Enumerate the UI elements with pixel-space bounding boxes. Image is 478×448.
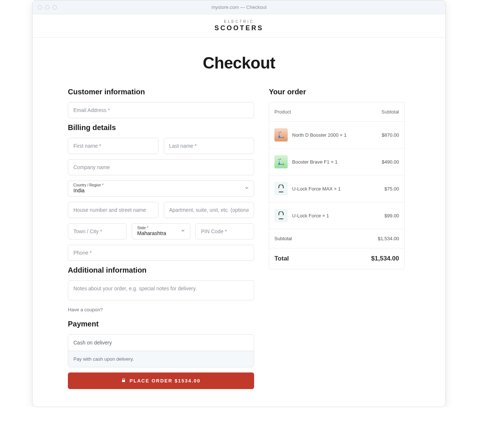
company-field[interactable]	[68, 159, 254, 175]
state-label: State	[137, 226, 146, 230]
state-select[interactable]: State * Maharashtra	[132, 223, 190, 239]
brand-top: ELECTRIC	[32, 20, 446, 24]
order-item: U-Lock Force MAX × 1 $75.00	[269, 175, 404, 202]
product-thumb: 🛴	[274, 155, 288, 168]
required-mark: *	[147, 226, 148, 230]
section-payment: Payment	[68, 320, 254, 328]
order-item: U-Lock Force × 1 $99.00	[269, 202, 404, 229]
order-summary: Your order Product Subtotal 🛴 North D Bo…	[269, 88, 405, 269]
product-name: Booster Brave F1 × 1	[292, 159, 337, 165]
payment-method-box: Cash on delivery Pay with cash upon deli…	[68, 334, 254, 367]
country-label: Country / Region	[73, 183, 101, 187]
page-title: Checkout	[68, 54, 410, 72]
coupon-link[interactable]: Have a coupon?	[68, 307, 254, 312]
section-customer: Customer information	[68, 88, 254, 96]
product-thumb: 🛴	[274, 128, 288, 141]
country-value: India	[73, 188, 249, 193]
place-order-label: PLACE ORDER $1534.00	[129, 378, 200, 384]
first-name-field[interactable]	[68, 138, 159, 154]
required-mark: *	[102, 183, 104, 187]
total-label: Total	[274, 255, 289, 262]
titlebar: mystore.com — Checkout	[32, 0, 446, 14]
order-item: 🛴 North D Booster 2000 × 1 $870.00	[269, 122, 404, 148]
chevron-down-icon	[244, 185, 249, 192]
subtotal-label: Subtotal	[274, 236, 292, 241]
total-value: $1,534.00	[371, 255, 399, 262]
section-additional: Additional information	[68, 266, 254, 274]
product-price: $99.00	[384, 213, 399, 218]
window-title: mystore.com — Checkout	[32, 4, 446, 10]
checkout-form: Customer information Billing details Cou…	[68, 88, 254, 389]
email-field[interactable]	[68, 102, 254, 118]
app-window: mystore.com — Checkout ELECTRIC SCOOTERS…	[32, 0, 446, 407]
pin-field[interactable]	[195, 223, 254, 239]
order-head-subtotal: Subtotal	[381, 109, 399, 115]
product-price: $490.00	[382, 159, 399, 165]
brand-header: ELECTRIC SCOOTERS	[32, 14, 446, 38]
brand-main: SCOOTERS	[32, 24, 446, 32]
product-thumb	[274, 209, 288, 222]
city-field[interactable]	[68, 223, 127, 239]
payment-description: Pay with cash upon delivery.	[68, 351, 254, 367]
street-field[interactable]	[68, 202, 159, 218]
product-price: $75.00	[384, 186, 399, 192]
order-head-product: Product	[274, 109, 291, 115]
notes-field[interactable]	[68, 280, 254, 300]
order-total-row: Total $1,534.00	[269, 248, 404, 269]
product-name: North D Booster 2000 × 1	[292, 132, 347, 138]
product-price: $870.00	[382, 132, 399, 138]
product-name: U-Lock Force × 1	[292, 213, 329, 218]
country-select[interactable]: Country / Region * India	[68, 181, 254, 197]
order-header-row: Product Subtotal	[269, 102, 404, 122]
section-billing: Billing details	[68, 123, 254, 132]
product-name: U-Lock Force MAX × 1	[292, 186, 341, 192]
phone-field[interactable]	[68, 245, 254, 261]
order-item: 🛴 Booster Brave F1 × 1 $490.00	[269, 148, 404, 175]
content: Checkout Customer information Billing de…	[32, 38, 446, 407]
subtotal-value: $1,534.00	[378, 236, 399, 241]
section-order: Your order	[269, 88, 405, 96]
payment-method[interactable]: Cash on delivery	[68, 335, 254, 351]
product-thumb	[274, 182, 288, 195]
order-subtotal-row: Subtotal $1,534.00	[269, 229, 404, 248]
place-order-button[interactable]: PLACE ORDER $1534.00	[68, 372, 254, 389]
apartment-field[interactable]	[164, 202, 254, 218]
chevron-down-icon	[180, 228, 186, 235]
lock-icon	[121, 378, 126, 384]
state-value: Maharashtra	[137, 230, 185, 236]
last-name-field[interactable]	[164, 138, 254, 154]
